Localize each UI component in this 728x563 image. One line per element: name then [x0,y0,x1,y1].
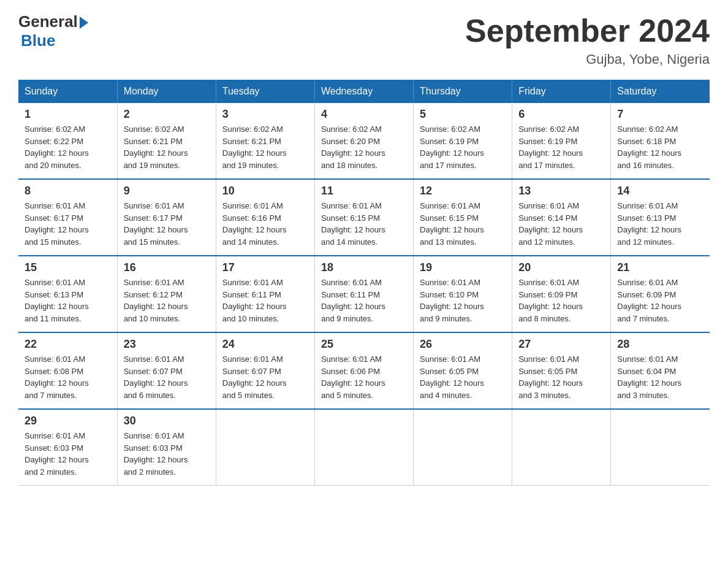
day-info: Sunrise: 6:01 AM Sunset: 6:10 PM Dayligh… [420,277,506,324]
calendar-week-row: 1 Sunrise: 6:02 AM Sunset: 6:22 PM Dayli… [18,103,710,179]
day-info: Sunrise: 6:01 AM Sunset: 6:13 PM Dayligh… [617,200,703,248]
calendar-day-cell: 8 Sunrise: 6:01 AM Sunset: 6:17 PM Dayli… [18,179,117,256]
day-info: Sunrise: 6:01 AM Sunset: 6:05 PM Dayligh… [518,353,604,401]
day-info: Sunrise: 6:02 AM Sunset: 6:18 PM Dayligh… [617,123,703,171]
calendar-header-sunday: Sunday [18,80,117,103]
calendar-day-cell: 17 Sunrise: 6:01 AM Sunset: 6:11 PM Dayl… [216,256,314,332]
day-number: 8 [25,185,111,197]
calendar-header-wednesday: Wednesday [314,80,413,103]
day-number: 21 [617,261,703,274]
day-info: Sunrise: 6:01 AM Sunset: 6:05 PM Dayligh… [420,353,506,401]
calendar-header-saturday: Saturday [611,80,710,103]
calendar-day-cell: 4 Sunrise: 6:02 AM Sunset: 6:20 PM Dayli… [314,103,413,179]
calendar-day-cell: 10 Sunrise: 6:01 AM Sunset: 6:16 PM Dayl… [216,179,314,256]
day-info: Sunrise: 6:01 AM Sunset: 6:07 PM Dayligh… [124,353,210,401]
calendar-day-cell: 26 Sunrise: 6:01 AM Sunset: 6:05 PM Dayl… [414,332,512,409]
logo-arrow-icon [80,17,88,29]
day-number: 12 [420,185,506,197]
day-info: Sunrise: 6:01 AM Sunset: 6:08 PM Dayligh… [25,353,111,401]
day-number: 20 [518,261,604,274]
day-number: 29 [25,415,111,427]
day-number: 28 [617,338,703,351]
day-number: 10 [222,185,308,197]
day-number: 14 [617,185,703,197]
day-info: Sunrise: 6:01 AM Sunset: 6:14 PM Dayligh… [518,200,604,248]
day-number: 25 [321,338,407,351]
calendar-day-cell [216,409,314,486]
calendar-day-cell: 24 Sunrise: 6:01 AM Sunset: 6:07 PM Dayl… [216,332,314,409]
day-info: Sunrise: 6:02 AM Sunset: 6:21 PM Dayligh… [222,123,308,171]
day-info: Sunrise: 6:01 AM Sunset: 6:15 PM Dayligh… [321,200,407,248]
calendar-day-cell: 3 Sunrise: 6:02 AM Sunset: 6:21 PM Dayli… [216,103,314,179]
calendar-day-cell: 9 Sunrise: 6:01 AM Sunset: 6:17 PM Dayli… [117,179,216,256]
calendar-day-cell: 14 Sunrise: 6:01 AM Sunset: 6:13 PM Dayl… [611,179,710,256]
day-info: Sunrise: 6:01 AM Sunset: 6:06 PM Dayligh… [321,353,407,401]
calendar-header-row: SundayMondayTuesdayWednesdayThursdayFrid… [18,80,710,103]
day-number: 13 [518,185,604,197]
day-info: Sunrise: 6:01 AM Sunset: 6:16 PM Dayligh… [222,200,308,248]
calendar: SundayMondayTuesdayWednesdayThursdayFrid… [18,80,710,486]
day-info: Sunrise: 6:01 AM Sunset: 6:11 PM Dayligh… [321,277,407,324]
calendar-day-cell [512,409,611,486]
day-number: 16 [124,261,210,274]
day-number: 18 [321,261,407,274]
day-info: Sunrise: 6:01 AM Sunset: 6:03 PM Dayligh… [25,430,111,478]
calendar-day-cell: 19 Sunrise: 6:01 AM Sunset: 6:10 PM Dayl… [414,256,512,332]
calendar-day-cell [314,409,413,486]
day-info: Sunrise: 6:01 AM Sunset: 6:17 PM Dayligh… [124,200,210,248]
day-number: 9 [124,185,210,197]
calendar-day-cell: 28 Sunrise: 6:01 AM Sunset: 6:04 PM Dayl… [611,332,710,409]
header: General Blue September 2024 Gujba, Yobe,… [18,12,710,67]
day-info: Sunrise: 6:01 AM Sunset: 6:04 PM Dayligh… [617,353,703,401]
logo: General Blue [18,12,88,50]
day-number: 2 [124,108,210,121]
calendar-day-cell: 1 Sunrise: 6:02 AM Sunset: 6:22 PM Dayli… [18,103,117,179]
day-number: 26 [420,338,506,351]
calendar-header-friday: Friday [512,80,611,103]
calendar-day-cell: 20 Sunrise: 6:01 AM Sunset: 6:09 PM Dayl… [512,256,611,332]
day-number: 11 [321,185,407,197]
location: Gujba, Yobe, Nigeria [465,52,710,67]
logo-blue-text: Blue [21,31,55,50]
calendar-week-row: 15 Sunrise: 6:01 AM Sunset: 6:13 PM Dayl… [18,256,710,332]
calendar-day-cell: 25 Sunrise: 6:01 AM Sunset: 6:06 PM Dayl… [314,332,413,409]
day-number: 23 [124,338,210,351]
month-title: September 2024 [465,12,710,49]
calendar-week-row: 29 Sunrise: 6:01 AM Sunset: 6:03 PM Dayl… [18,409,710,486]
calendar-day-cell: 15 Sunrise: 6:01 AM Sunset: 6:13 PM Dayl… [18,256,117,332]
calendar-day-cell: 13 Sunrise: 6:01 AM Sunset: 6:14 PM Dayl… [512,179,611,256]
calendar-day-cell: 22 Sunrise: 6:01 AM Sunset: 6:08 PM Dayl… [18,332,117,409]
calendar-day-cell: 5 Sunrise: 6:02 AM Sunset: 6:19 PM Dayli… [414,103,512,179]
day-number: 30 [124,415,210,427]
calendar-header-thursday: Thursday [414,80,512,103]
calendar-day-cell: 27 Sunrise: 6:01 AM Sunset: 6:05 PM Dayl… [512,332,611,409]
day-number: 6 [518,108,604,121]
calendar-day-cell: 30 Sunrise: 6:01 AM Sunset: 6:03 PM Dayl… [117,409,216,486]
day-number: 3 [222,108,308,121]
day-info: Sunrise: 6:02 AM Sunset: 6:19 PM Dayligh… [420,123,506,171]
day-info: Sunrise: 6:01 AM Sunset: 6:03 PM Dayligh… [124,430,210,478]
day-number: 24 [222,338,308,351]
calendar-day-cell: 18 Sunrise: 6:01 AM Sunset: 6:11 PM Dayl… [314,256,413,332]
day-number: 7 [617,108,703,121]
day-number: 17 [222,261,308,274]
day-info: Sunrise: 6:01 AM Sunset: 6:09 PM Dayligh… [617,277,703,324]
calendar-day-cell [414,409,512,486]
calendar-day-cell [611,409,710,486]
day-info: Sunrise: 6:01 AM Sunset: 6:17 PM Dayligh… [25,200,111,248]
calendar-day-cell: 23 Sunrise: 6:01 AM Sunset: 6:07 PM Dayl… [117,332,216,409]
calendar-day-cell: 12 Sunrise: 6:01 AM Sunset: 6:15 PM Dayl… [414,179,512,256]
day-number: 1 [25,108,111,121]
calendar-week-row: 8 Sunrise: 6:01 AM Sunset: 6:17 PM Dayli… [18,179,710,256]
day-number: 27 [518,338,604,351]
calendar-day-cell: 16 Sunrise: 6:01 AM Sunset: 6:12 PM Dayl… [117,256,216,332]
calendar-day-cell: 11 Sunrise: 6:01 AM Sunset: 6:15 PM Dayl… [314,179,413,256]
day-number: 4 [321,108,407,121]
day-number: 22 [25,338,111,351]
calendar-header-tuesday: Tuesday [216,80,314,103]
logo-general-text: General [18,12,78,31]
calendar-day-cell: 6 Sunrise: 6:02 AM Sunset: 6:19 PM Dayli… [512,103,611,179]
day-info: Sunrise: 6:02 AM Sunset: 6:22 PM Dayligh… [25,123,111,171]
day-info: Sunrise: 6:01 AM Sunset: 6:09 PM Dayligh… [518,277,604,324]
day-info: Sunrise: 6:01 AM Sunset: 6:12 PM Dayligh… [124,277,210,324]
